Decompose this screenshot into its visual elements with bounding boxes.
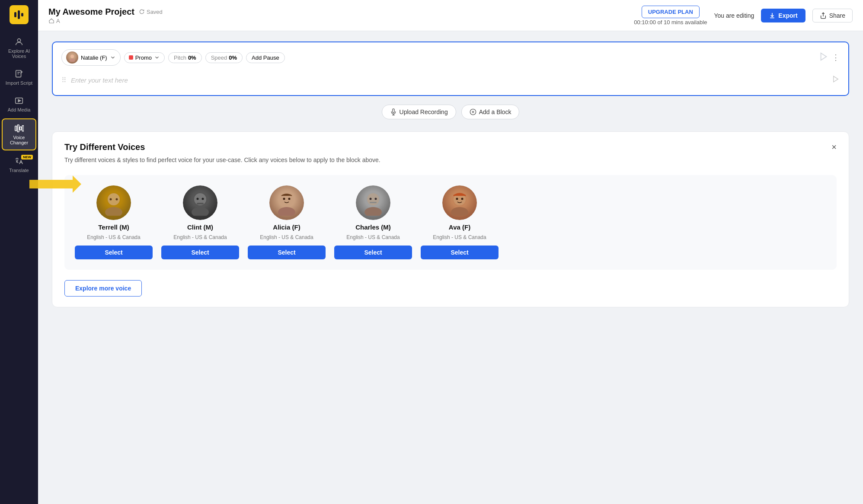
- select-alicia-button[interactable]: Select: [248, 246, 326, 259]
- speed-control[interactable]: Speed 0%: [205, 52, 243, 63]
- project-title-text: My Awesome Project: [48, 7, 134, 17]
- voices-grid: Terrell (M) English - US & Canada Select…: [64, 175, 837, 270]
- sidebar-item-voice-changer[interactable]: Voice Changer: [2, 118, 36, 150]
- voice-name-charles: Charles (M): [355, 223, 391, 231]
- voice-panel-header: Try Different Voices ×: [64, 142, 837, 152]
- svg-point-36: [370, 198, 372, 200]
- svg-rect-8: [17, 125, 19, 132]
- action-row: Upload Recording Add a Block: [52, 105, 849, 119]
- select-terrell-button[interactable]: Select: [75, 246, 153, 259]
- voice-avatar-clint: [183, 185, 217, 220]
- app-logo: [10, 5, 29, 24]
- svg-rect-29: [197, 203, 204, 204]
- content-area: Natalie (F) Promo Pitch 0% Speed: [38, 31, 863, 504]
- svg-point-34: [367, 193, 379, 205]
- voice-name-clint: Clint (M): [187, 223, 213, 231]
- promo-dot-icon: [129, 55, 133, 60]
- voice-lang-charles: English - US & Canada: [346, 234, 400, 240]
- voice-lang-clint: English - US & Canada: [173, 234, 227, 240]
- select-ava-button[interactable]: Select: [421, 246, 499, 259]
- svg-point-3: [17, 39, 20, 42]
- add-block-button[interactable]: Add a Block: [461, 105, 520, 119]
- voice-avatar: [66, 51, 78, 64]
- main-area: My Awesome Project Saved A UPGRADE PLAN …: [38, 0, 863, 504]
- svg-point-41: [456, 198, 458, 200]
- svg-point-32: [283, 198, 285, 200]
- svg-rect-1: [18, 10, 20, 19]
- voice-card-ava: Ava (F) English - US & Canada Select: [421, 185, 499, 259]
- svg-point-13: [69, 59, 75, 62]
- voice-name-terrell: Terrell (M): [98, 223, 129, 231]
- voice-selector[interactable]: Natalie (F): [61, 49, 121, 66]
- header-right: UPGRADE PLAN 00:10:00 of 10 mins availab…: [634, 6, 853, 26]
- svg-point-12: [70, 54, 74, 58]
- svg-point-23: [110, 198, 112, 201]
- svg-rect-7: [15, 126, 17, 131]
- play-button-toolbar[interactable]: [819, 52, 828, 63]
- svg-marker-15: [834, 76, 838, 82]
- add-pause-button[interactable]: Add Pause: [246, 52, 285, 63]
- export-button[interactable]: Export: [761, 9, 805, 22]
- header-left: My Awesome Project Saved A: [48, 7, 627, 24]
- sidebar-item-translate[interactable]: NEW Translate: [2, 152, 36, 177]
- svg-point-26: [192, 207, 209, 216]
- time-info: 00:10:00 of 10 mins available: [634, 19, 707, 26]
- svg-point-31: [278, 207, 295, 216]
- voice-lang-ava: English - US & Canada: [433, 234, 486, 240]
- close-voice-panel-button[interactable]: ×: [831, 142, 837, 152]
- text-input-area[interactable]: Enter your text here: [71, 77, 828, 84]
- svg-point-21: [108, 193, 120, 205]
- voice-avatar-alicia: [269, 185, 304, 220]
- editor-text-area: ⠿ Enter your text here: [61, 72, 840, 88]
- explore-more-voices-button[interactable]: Explore more voice: [64, 280, 142, 297]
- voice-card-alicia: Alicia (F) English - US & Canada Select: [248, 185, 326, 259]
- voice-avatar-terrell: [96, 185, 131, 220]
- editor-block: Natalie (F) Promo Pitch 0% Speed: [52, 41, 849, 96]
- toolbar-right: ⋮: [819, 52, 840, 63]
- voice-name-alicia: Alicia (F): [273, 223, 300, 231]
- svg-point-28: [202, 198, 204, 200]
- voice-lang-terrell: English - US & Canada: [87, 234, 140, 240]
- breadcrumb: A: [48, 18, 627, 24]
- svg-point-42: [461, 198, 463, 200]
- svg-point-24: [116, 198, 118, 201]
- saved-badge: Saved: [139, 9, 163, 15]
- select-charles-button[interactable]: Select: [334, 246, 412, 259]
- svg-point-27: [197, 198, 199, 200]
- svg-rect-9: [20, 127, 22, 130]
- you-editing-label: You are editing: [714, 12, 754, 19]
- editor-toolbar: Natalie (F) Promo Pitch 0% Speed: [61, 49, 840, 66]
- voice-lang-alicia: English - US & Canada: [260, 234, 313, 240]
- voice-name-ava: Ava (F): [449, 223, 470, 231]
- play-button-inline[interactable]: [832, 75, 840, 85]
- sidebar-item-import-script[interactable]: Import Script: [2, 65, 36, 90]
- svg-rect-2: [21, 13, 23, 16]
- svg-point-37: [375, 198, 377, 200]
- voice-card-clint: Clint (M) English - US & Canada Select: [161, 185, 239, 259]
- svg-rect-10: [22, 126, 24, 131]
- voice-avatar-charles: [356, 185, 390, 220]
- more-options-button[interactable]: ⋮: [832, 53, 840, 62]
- svg-marker-14: [821, 53, 827, 61]
- svg-marker-6: [18, 99, 21, 102]
- svg-point-40: [451, 207, 468, 216]
- sidebar-item-add-media[interactable]: Add Media: [2, 92, 36, 117]
- svg-point-33: [288, 198, 291, 200]
- voice-avatar-ava: [442, 185, 477, 220]
- upgrade-plan-button[interactable]: UPGRADE PLAN: [642, 6, 700, 18]
- voice-panel: Try Different Voices × Try different voi…: [52, 131, 849, 307]
- voice-card-charles: Charles (M) English - US & Canada Select: [334, 185, 412, 259]
- sidebar-item-explore-ai-voices[interactable]: Explore AI Voices: [2, 33, 36, 63]
- upload-recording-button[interactable]: Upload Recording: [382, 105, 456, 119]
- drag-handle-icon: ⠿: [61, 76, 67, 84]
- select-clint-button[interactable]: Select: [161, 246, 239, 259]
- sidebar: Explore AI Voices Import Script Add Medi…: [0, 0, 38, 504]
- svg-rect-38: [370, 202, 377, 203]
- share-button[interactable]: Share: [812, 9, 853, 22]
- svg-rect-0: [14, 12, 16, 17]
- voice-panel-description: Try different voices & styles to find pe…: [64, 156, 837, 165]
- style-selector[interactable]: Promo: [124, 52, 165, 63]
- pitch-control[interactable]: Pitch 0%: [168, 52, 202, 63]
- header: My Awesome Project Saved A UPGRADE PLAN …: [38, 0, 863, 31]
- project-title-row: My Awesome Project Saved: [48, 7, 627, 17]
